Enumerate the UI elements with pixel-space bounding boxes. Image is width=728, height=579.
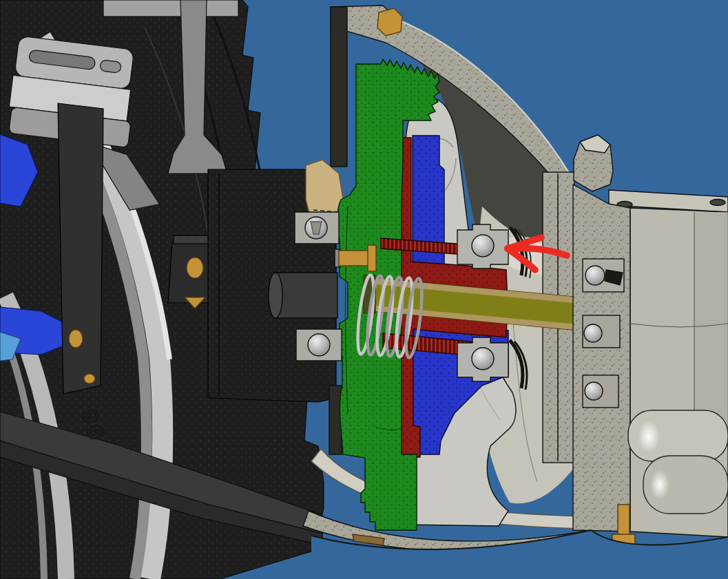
render-canvas: 96 <box>0 0 728 579</box>
flywheel-bearing-upper <box>295 212 339 244</box>
cad-viewport[interactable]: 96 <box>0 0 728 579</box>
flywheel-bearing-lower <box>296 329 342 361</box>
bolt-hole <box>710 200 725 206</box>
brass-bolt <box>69 330 83 348</box>
axle-bracket <box>58 103 103 394</box>
bearing-ball-upper <box>472 235 494 257</box>
crankshaft-stub <box>274 273 337 318</box>
brass-bolt <box>187 257 203 278</box>
case-bearing-mid <box>583 315 620 348</box>
bell-housing-front-wall <box>331 7 347 167</box>
case-cut-face <box>573 185 630 531</box>
case-bearing-upper <box>583 259 624 292</box>
case-bearing-lower <box>583 375 618 408</box>
brass-nut <box>377 8 402 36</box>
pilot-pin <box>339 251 371 266</box>
bearing-ball-lower <box>472 348 494 370</box>
